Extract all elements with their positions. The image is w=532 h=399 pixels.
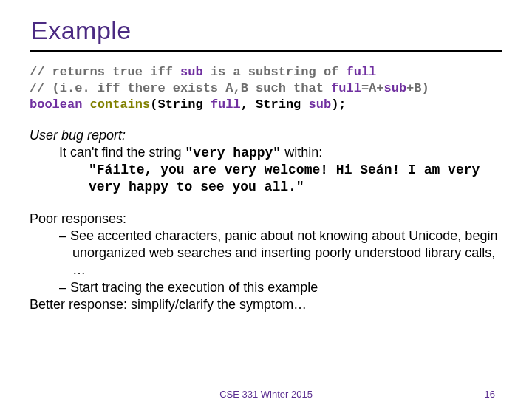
slide-title: Example (31, 16, 502, 45)
better-text: : simplify/clarify the symptom… (123, 297, 307, 312)
list-item: – See accented characters, panic about n… (59, 228, 502, 279)
code-function: contains (90, 98, 151, 112)
code-comment: // returns true iff (30, 65, 180, 79)
code-comment: =A+ (361, 81, 384, 95)
code-keyword: sub (384, 81, 407, 95)
footer-course: CSE 331 Winter 2015 (219, 389, 313, 399)
title-rule (30, 50, 502, 52)
body-content: User bug report: It can't find the strin… (30, 127, 502, 313)
code-keyword: full (331, 81, 361, 95)
code-arg: full (211, 98, 241, 112)
dash: – (59, 280, 70, 295)
code-block: // returns true iff sub is a substring o… (30, 64, 502, 112)
code-text: , String (241, 98, 309, 112)
list-text: See accented characters, panic about not… (70, 228, 497, 277)
bug-code: "very happy" (185, 146, 282, 160)
poor-responses-label: Poor responses: (30, 211, 502, 228)
code-comment: is a substring of (203, 65, 347, 79)
code-keyword: full (347, 65, 377, 79)
code-arg: sub (309, 98, 332, 112)
footer-page-number: 16 (485, 389, 495, 399)
code-keyword: boolean (30, 98, 90, 112)
code-comment: // (i.e. iff there exists A,B such that (30, 81, 331, 95)
bug-report-label: User bug report: (30, 127, 502, 144)
slide: Example // returns true iff sub is a sub… (0, 0, 532, 399)
bug-text: It can't find the string (59, 145, 185, 160)
list-text: Start tracing the execution of this exam… (70, 280, 318, 295)
code-text: ); (331, 98, 346, 112)
code-text: (String (150, 98, 211, 112)
bug-report-line: It can't find the string "very happy" wi… (59, 144, 502, 162)
poor-responses-section: Poor responses: – See accented character… (30, 211, 502, 313)
code-comment: +B) (406, 81, 429, 95)
dash-list: – See accented characters, panic about n… (30, 228, 502, 296)
code-keyword: sub (180, 65, 203, 79)
bug-text: within: (281, 145, 322, 160)
better-response-line: Better response: simplify/clarify the sy… (30, 296, 502, 313)
dash: – (59, 228, 70, 243)
bug-quoted-string: "Fáilte, you are very welcome! Hi Seán! … (89, 162, 488, 196)
list-item: – Start tracing the execution of this ex… (59, 279, 502, 296)
better-label: Better response (30, 297, 123, 312)
